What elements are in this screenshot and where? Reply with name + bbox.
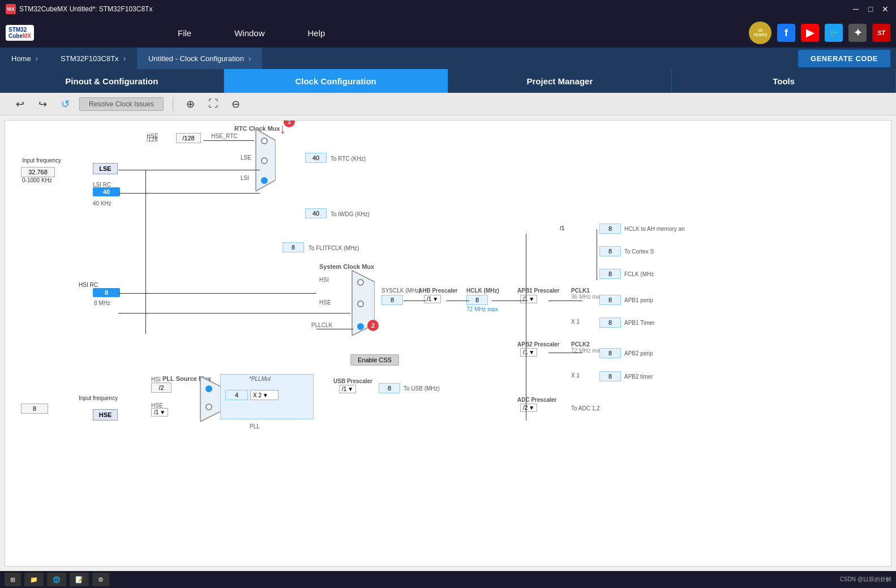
input-freq-2-value[interactable]: 8 xyxy=(21,404,48,414)
apb1-div-dropdown[interactable]: /1 ▼ xyxy=(520,295,537,303)
fclk-label: FCLK (MHz xyxy=(624,271,654,277)
hsi-pll-label: HSI xyxy=(151,376,161,383)
maximize-button[interactable]: □ xyxy=(865,5,876,13)
sys-hsi-radio[interactable] xyxy=(357,279,364,286)
lsi-value[interactable]: 40 xyxy=(93,187,120,196)
to-rtc-value[interactable]: 40 xyxy=(305,153,327,163)
sysclk-value[interactable]: 8 xyxy=(381,295,403,305)
apb1-perip-value[interactable]: 8 xyxy=(599,295,621,305)
to-iwdg-label: To IWDG (KHz) xyxy=(331,211,370,217)
st-brand-icon[interactable]: ST xyxy=(872,24,890,42)
menu-window[interactable]: Window xyxy=(230,26,269,40)
input-freq-1-range: 0-1000 KHz xyxy=(22,177,52,183)
svg-marker-2 xyxy=(200,376,223,422)
pll-mul-value[interactable]: 4 xyxy=(225,390,248,400)
chevron-icon: › xyxy=(36,54,38,63)
sys-hse-radio[interactable] xyxy=(357,301,364,307)
taskbar-start[interactable]: ⊞ xyxy=(5,573,21,586)
pll-mul-select[interactable]: X 2 ▼ xyxy=(250,390,278,400)
hse-div128-box[interactable]: /128 xyxy=(176,133,201,143)
undo-button[interactable]: ↩ xyxy=(11,96,28,112)
taskbar-app1[interactable]: 📝 xyxy=(70,573,89,586)
breadcrumb-current[interactable]: Untitled - Clock Configuration › xyxy=(137,48,262,69)
to-flitfclk-value[interactable]: 8 xyxy=(282,242,304,252)
tab-pinout[interactable]: Pinout & Configuration xyxy=(0,69,224,93)
annotation-2: 2 xyxy=(367,320,379,331)
hclk-to-ah-value[interactable]: 8 xyxy=(599,224,621,234)
hsi-rc-label: HSI RC xyxy=(79,282,98,288)
input-freq-1-value[interactable]: 32.768 xyxy=(21,167,55,177)
taskbar-app2[interactable]: ⚙ xyxy=(92,573,109,586)
to-adc-label: To ADC 1,2 xyxy=(571,405,600,411)
clock-diagram: 1 ↑ Input frequency 32.768 0-1000 KHz LS… xyxy=(5,121,891,566)
apb2-timer-value[interactable]: 8 xyxy=(599,371,621,381)
div1-ahb-label: /1 xyxy=(560,225,564,231)
apb1-timer-value[interactable]: 8 xyxy=(599,317,621,328)
menu-file[interactable]: File xyxy=(173,26,196,40)
close-button[interactable]: ✕ xyxy=(880,5,890,13)
arrow-1: ↑ xyxy=(279,123,286,139)
to-usb-label: To USB (MHz) xyxy=(404,385,440,392)
taskbar-browser[interactable]: 🌐 xyxy=(47,573,66,586)
apb2-div-dropdown[interactable]: /1 ▼ xyxy=(520,348,537,357)
input-freq-2-label: Input frequency xyxy=(79,395,118,401)
adc-prescaler-label: ADC Prescaler xyxy=(517,397,556,403)
usb-div-dropdown[interactable]: /1 ▼ xyxy=(339,385,356,393)
apb1-timer-label: APB1 Timer xyxy=(624,320,654,326)
pll-hse-radio[interactable] xyxy=(205,404,212,410)
fclk-value[interactable]: 8 xyxy=(599,269,621,279)
reset-button[interactable]: ↺ xyxy=(57,96,74,112)
network-icon[interactable]: ✦ xyxy=(848,24,867,42)
hsi-div2-box[interactable]: /2 xyxy=(151,383,172,393)
input-freq-1-label: Input frequency xyxy=(22,157,61,164)
hsi-unit: 8 MHz xyxy=(94,300,110,306)
to-cortex-value[interactable]: 8 xyxy=(599,246,621,256)
zoom-in-button[interactable]: ⊕ xyxy=(182,96,199,112)
pll-src-mux-triangle xyxy=(198,376,223,422)
to-iwdg-value[interactable]: 40 xyxy=(305,208,327,218)
logo-box: STM32 Cube MX xyxy=(6,25,34,41)
facebook-icon[interactable]: f xyxy=(777,24,795,42)
hse-block[interactable]: HSE xyxy=(93,409,118,420)
generate-code-button[interactable]: GENERATE CODE xyxy=(798,50,890,67)
minimize-button[interactable]: ─ xyxy=(851,5,861,13)
fit-button[interactable]: ⛶ xyxy=(205,96,222,112)
tab-clock[interactable]: Clock Configuration xyxy=(224,69,448,93)
app-icon: MX xyxy=(6,4,16,14)
window-controls: ─ □ ✕ xyxy=(851,5,890,13)
to-usb-value[interactable]: 8 xyxy=(379,383,400,393)
pclk1-label: PCLK1 xyxy=(571,287,590,294)
taskbar-csdn-label: CSDN @以双的折解 xyxy=(840,576,891,583)
hsi-value[interactable]: 8 xyxy=(93,288,120,297)
ahb-div-dropdown[interactable]: /1 ▼ xyxy=(424,295,441,303)
hse-div1-dropdown[interactable]: /1 ▼ xyxy=(151,408,168,417)
pll-hsi-radio[interactable] xyxy=(205,385,212,392)
enable-css-button[interactable]: Enable CSS xyxy=(350,354,399,366)
hse-label-top: HSE xyxy=(147,133,158,139)
youtube-icon[interactable]: ▶ xyxy=(801,24,819,42)
apb2-perip-label: APB2 perip xyxy=(624,350,653,357)
pll-label: PLL xyxy=(250,423,260,430)
rtc-lsi-radio[interactable] xyxy=(261,177,268,184)
apb2-perip-value[interactable]: 8 xyxy=(599,348,621,358)
rtc-hse-radio[interactable] xyxy=(261,138,268,144)
menu-help[interactable]: Help xyxy=(303,26,330,40)
breadcrumb-home[interactable]: Home › xyxy=(0,48,49,69)
breadcrumb-chip[interactable]: STM32F103C8Tx › xyxy=(49,48,137,69)
sys-pll-radio[interactable] xyxy=(357,323,364,330)
toolbar-separator xyxy=(173,97,173,111)
hse-mux-label: HSE xyxy=(319,299,331,306)
resolve-clock-button[interactable]: Resolve Clock Issues xyxy=(79,97,164,111)
rtc-lse-radio[interactable] xyxy=(261,157,268,164)
tab-tools[interactable]: Tools xyxy=(672,69,896,93)
hclk-value[interactable]: 8 xyxy=(466,295,488,305)
redo-button[interactable]: ↪ xyxy=(34,96,51,112)
apb2-timer-x1: X 1 xyxy=(571,372,580,379)
taskbar-explorer[interactable]: 📁 xyxy=(24,573,44,586)
twitter-icon[interactable]: 🐦 xyxy=(825,24,843,42)
tab-project[interactable]: Project Manager xyxy=(448,69,672,93)
lse-block[interactable]: LSE xyxy=(93,163,118,174)
adc-div-dropdown[interactable]: /2 ▼ xyxy=(520,404,537,412)
chevron-icon-2: › xyxy=(123,54,126,63)
zoom-out-button[interactable]: ⊖ xyxy=(228,96,245,112)
